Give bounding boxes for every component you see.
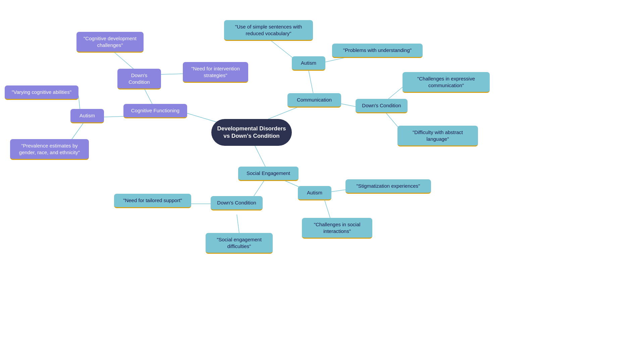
problems-understanding-node: "Problems with understanding" (332, 44, 423, 58)
challenges-expressive-node: "Challenges in expressive communication" (402, 72, 490, 93)
autism-comm-node: Autism (292, 56, 325, 71)
cognitive-functioning-label: Cognitive Functioning (131, 107, 179, 114)
intervention-node: "Need for intervention strategies" (183, 62, 248, 83)
tailored-support-node: "Need for tailored support" (114, 194, 191, 208)
varying-cognitive-node: "Varying cognitive abilities" (5, 85, 78, 100)
tailored-support-label: "Need for tailored support" (123, 197, 182, 204)
challenges-social-node: "Challenges in social interactions" (302, 218, 372, 239)
downs-comm-label: Down's Condition (362, 102, 401, 109)
social-difficulties-node: "Social engagement difficulties" (206, 233, 273, 254)
communication-label: Communication (297, 97, 332, 103)
downs-social-label: Down's Condition (217, 199, 256, 206)
cog-dev-challenges-node: "Cognitive development challenges" (76, 32, 144, 53)
difficulty-abstract-label: "Difficulty with abstract language" (402, 129, 473, 142)
social-engagement-label: Social Engagement (247, 170, 290, 177)
stigmatization-label: "Stigmatization experiences" (357, 183, 420, 189)
prevalence-node: "Prevalence estimates by gender, race, a… (10, 139, 89, 160)
downs-condition-cog-node: Down's Condition (117, 69, 161, 89)
cog-dev-challenges-label: "Cognitive development challenges" (81, 35, 139, 48)
svg-line-18 (237, 215, 239, 233)
challenges-social-label: "Challenges in social interactions" (307, 221, 368, 234)
autism-social-node: Autism (298, 186, 331, 200)
downs-social-node: Down's Condition (211, 196, 263, 210)
varying-cognitive-label: "Varying cognitive abilities" (12, 89, 71, 96)
autism-social-label: Autism (307, 189, 322, 196)
simple-sentences-node: "Use of simple sentences with reduced vo… (224, 20, 313, 41)
stigmatization-node: "Stigmatization experiences" (345, 179, 431, 194)
difficulty-abstract-node: "Difficulty with abstract language" (397, 126, 478, 146)
intervention-label: "Need for intervention strategies" (187, 65, 244, 78)
downs-condition-cog-label: Down's Condition (122, 72, 156, 85)
challenges-expressive-label: "Challenges in expressive communication" (407, 75, 485, 88)
center-label: Developmental Disorders vs Down's Condit… (216, 125, 287, 140)
autism-comm-label: Autism (301, 60, 316, 66)
center-node: Developmental Disorders vs Down's Condit… (211, 119, 292, 146)
social-engagement-node: Social Engagement (238, 167, 299, 181)
cognitive-functioning-node: Cognitive Functioning (123, 104, 187, 118)
prevalence-label: "Prevalence estimates by gender, race, a… (15, 142, 84, 156)
communication-node: Communication (287, 93, 341, 108)
downs-comm-node: Down's Condition (356, 99, 408, 113)
simple-sentences-label: "Use of simple sentences with reduced vo… (229, 23, 308, 37)
autism-cog-node: Autism (70, 109, 104, 123)
social-difficulties-label: "Social engagement difficulties" (210, 236, 268, 249)
autism-cog-label: Autism (79, 112, 95, 119)
problems-understanding-label: "Problems with understanding" (343, 47, 412, 54)
